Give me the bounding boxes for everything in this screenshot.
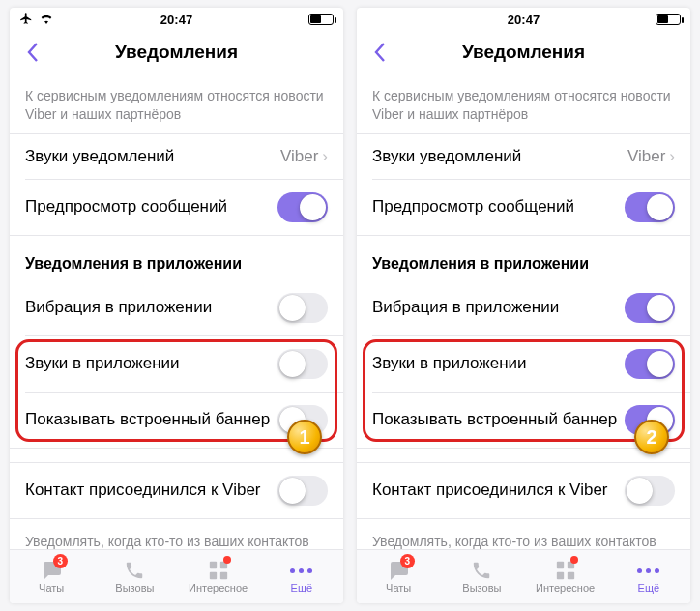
svg-rect-3 [219, 572, 226, 579]
svg-rect-6 [556, 572, 563, 579]
row-label: Предпросмотр сообщений [372, 197, 625, 217]
svg-rect-0 [209, 562, 216, 568]
tab-badge: 3 [400, 554, 415, 568]
row-value: Viber › [280, 147, 328, 166]
row-sounds-inapp[interactable]: Звуки в приложении [357, 336, 690, 392]
chevron-right-icon: › [669, 147, 675, 166]
tab-calls[interactable]: Вызовы [93, 550, 176, 603]
section-description: К сервисным уведомлениям относятся новос… [10, 73, 343, 133]
row-label: Предпросмотр сообщений [25, 197, 277, 217]
tab-badge: 3 [53, 554, 68, 568]
section-header-inapp: Уведомления в приложении [10, 236, 343, 280]
tab-explore[interactable]: Интересное [524, 550, 607, 603]
status-time: 20:47 [124, 13, 228, 27]
toggle-contact-joined[interactable] [277, 476, 328, 506]
tab-calls[interactable]: Вызовы [440, 550, 523, 603]
tab-more[interactable]: Ещё [260, 550, 343, 603]
page-title: Уведомления [462, 42, 585, 63]
section-description: К сервисным уведомлениям относятся новос… [357, 73, 690, 133]
row-label: Показывать встроенный баннер [372, 410, 625, 429]
tab-notification-dot [223, 556, 231, 564]
row-message-preview[interactable]: Предпросмотр сообщений [10, 180, 343, 235]
row-label: Контакт присоединился к Viber [25, 480, 277, 500]
battery-icon [308, 14, 334, 25]
nav-header: Уведомления [357, 31, 690, 73]
row-builtin-banner[interactable]: Показывать встроенный баннер [357, 393, 690, 448]
row-label: Звуки в приложении [372, 354, 625, 373]
row-label: Контакт присоединился к Viber [372, 480, 625, 500]
phone-screen-1: 20:47 Уведомления К сервисным уведомлени… [10, 8, 343, 603]
row-sounds-inapp[interactable]: Звуки в приложении [10, 336, 343, 392]
settings-list: К сервисным уведомлениям относятся новос… [10, 73, 343, 549]
row-contact-joined[interactable]: Контакт присоединился к Viber [10, 463, 343, 518]
row-label: Вибрация в приложении [372, 298, 625, 317]
svg-rect-4 [556, 562, 563, 568]
calls-icon [122, 560, 147, 581]
status-bar: 20:47 [357, 8, 690, 31]
tab-chats[interactable]: 3 Чаты [10, 550, 93, 603]
svg-rect-7 [567, 572, 573, 579]
tab-chats[interactable]: 3 Чаты [357, 550, 440, 603]
row-label: Показывать встроенный баннер [25, 410, 277, 429]
row-label: Звуки уведомлений [25, 147, 280, 166]
row-notification-sounds[interactable]: Звуки уведомлений Viber › [357, 134, 690, 179]
toggle-inapp-sounds[interactable] [277, 349, 328, 379]
battery-icon [656, 14, 681, 25]
more-icon [636, 560, 661, 581]
settings-list: К сервисным уведомлениям относятся новос… [357, 73, 690, 549]
back-button[interactable] [361, 31, 399, 73]
more-icon [289, 560, 314, 581]
status-bar: 20:47 [10, 8, 343, 31]
chevron-right-icon: › [322, 147, 328, 166]
row-label: Звуки уведомлений [372, 147, 627, 166]
tab-label: Интересное [189, 582, 248, 594]
tab-label: Чаты [39, 582, 64, 594]
phone-screen-2: 20:47 Уведомления К сервисным уведомлени… [357, 8, 690, 603]
footer-description: Уведомлять, когда кто-то из ваших контак… [10, 519, 343, 549]
status-time: 20:47 [471, 13, 575, 27]
wifi-icon [39, 13, 54, 27]
row-value: Viber › [627, 147, 675, 166]
toggle-contact-joined[interactable] [625, 476, 675, 506]
toggle-banner[interactable] [277, 405, 328, 435]
tab-bar: 3 Чаты Вызовы Интересное Ещё [10, 549, 343, 603]
tab-label: Чаты [386, 582, 411, 594]
row-vibration-inapp[interactable]: Вибрация в приложении [357, 280, 690, 335]
footer-description: Уведомлять, когда кто-то из ваших контак… [357, 519, 690, 549]
row-builtin-banner[interactable]: Показывать встроенный баннер [10, 393, 343, 448]
toggle-vibration[interactable] [625, 293, 675, 323]
row-vibration-inapp[interactable]: Вибрация в приложении [10, 280, 343, 335]
row-contact-joined[interactable]: Контакт присоединился к Viber [357, 463, 690, 518]
back-button[interactable] [14, 31, 52, 73]
row-message-preview[interactable]: Предпросмотр сообщений [357, 180, 690, 235]
tab-bar: 3 Чаты Вызовы Интересное Ещё [357, 549, 690, 603]
toggle-preview[interactable] [277, 192, 328, 222]
tab-label: Интересное [536, 582, 595, 594]
tab-explore[interactable]: Интересное [177, 550, 260, 603]
toggle-vibration[interactable] [277, 293, 328, 323]
section-header-inapp: Уведомления в приложении [357, 236, 690, 280]
toggle-inapp-sounds[interactable] [625, 349, 675, 379]
toggle-preview[interactable] [625, 192, 675, 222]
tab-label: Ещё [638, 582, 660, 594]
tab-notification-dot [570, 556, 578, 564]
tab-label: Ещё [291, 582, 313, 594]
tab-label: Вызовы [115, 582, 154, 594]
nav-header: Уведомления [10, 31, 343, 73]
tab-label: Вызовы [462, 582, 501, 594]
row-notification-sounds[interactable]: Звуки уведомлений Viber › [10, 134, 343, 179]
airplane-icon [19, 12, 33, 28]
page-title: Уведомления [115, 42, 238, 63]
row-label: Вибрация в приложении [25, 298, 277, 317]
calls-icon [469, 560, 494, 581]
tab-more[interactable]: Ещё [607, 550, 690, 603]
row-label: Звуки в приложении [25, 354, 277, 373]
toggle-banner[interactable] [625, 405, 675, 435]
svg-rect-2 [209, 572, 216, 579]
